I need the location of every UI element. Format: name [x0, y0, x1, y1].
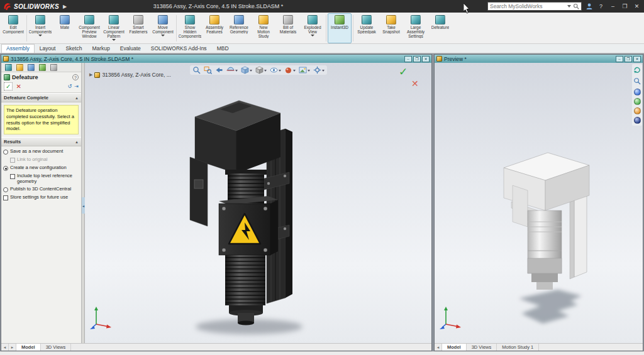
assembly-3d-model[interactable]: [172, 96, 320, 343]
preview-window-titlebar[interactable]: Preview * – ❐ ✕: [435, 55, 643, 63]
appearance-sphere-blue-icon[interactable]: [634, 89, 641, 96]
option-store-settings-for-future-use[interactable]: Store settings for future use: [3, 195, 79, 200]
doc-minimize-button[interactable]: –: [404, 56, 412, 62]
option-link-to-original[interactable]: Link to original: [10, 157, 79, 163]
view-settings-icon[interactable]: [313, 66, 325, 74]
radio-icon[interactable]: [3, 187, 8, 192]
tab-scroll-right-icon[interactable]: ▸: [9, 344, 16, 351]
preview-3d-model[interactable]: [482, 148, 621, 337]
apply-scene-icon[interactable]: [299, 66, 310, 74]
configurationmanager-tab-icon[interactable]: [28, 64, 35, 71]
ribbon-button-update-speedpak[interactable]: Update Speedpak: [355, 13, 379, 43]
ribbon-button-move-component[interactable]: Move Component: [151, 13, 175, 43]
radio-icon[interactable]: [3, 166, 8, 171]
ribbon-button-linear-component-pattern[interactable]: Linear Component Pattern: [102, 13, 126, 43]
checkbox-icon[interactable]: [3, 195, 8, 200]
edit-appearance-icon[interactable]: [284, 66, 296, 74]
displaymanager-tab-icon[interactable]: [50, 64, 57, 71]
option-publish-to-3d-contentcentral[interactable]: Publish to 3D ContentCentral: [3, 187, 79, 192]
breadcrumb-expand-icon[interactable]: ▶: [89, 72, 92, 77]
maximize-button[interactable]: ❐: [621, 3, 629, 9]
appearance-sphere-orange-icon[interactable]: [634, 107, 641, 114]
tab-scroll-left-icon[interactable]: ◂: [1, 344, 9, 351]
tab-markup[interactable]: Markup: [87, 44, 114, 53]
tab-3d-views[interactable]: 3D Views: [41, 344, 72, 351]
search-input[interactable]: [490, 3, 565, 9]
ribbon-button-mate[interactable]: Mate: [53, 13, 77, 43]
tab-mbd[interactable]: MBD: [212, 44, 234, 53]
view-orientation-icon[interactable]: [241, 66, 252, 74]
group-header-results[interactable]: Results ▲: [1, 137, 81, 146]
tab-model[interactable]: Model: [442, 344, 467, 351]
tab-scroll-left-icon[interactable]: ◂: [435, 344, 442, 351]
hide-show-items-icon[interactable]: [270, 66, 281, 74]
ribbon-button-bill-of-materials[interactable]: Bill of Materials: [276, 13, 300, 43]
doc-close-button[interactable]: ✕: [633, 56, 641, 62]
zoom-fit-icon[interactable]: [633, 77, 641, 86]
option-create-new-configuration[interactable]: Create a new configuration: [3, 165, 79, 171]
pm-back-icon[interactable]: ↺: [68, 84, 72, 89]
help-button[interactable]: ?: [597, 3, 605, 9]
checkbox-icon[interactable]: [10, 158, 15, 163]
app-menu[interactable]: SOLIDWORKS ▶: [0, 3, 67, 11]
ribbon-button-component-preview-window[interactable]: Component Preview Window: [77, 13, 101, 43]
tab-evaluate[interactable]: Evaluate: [115, 44, 146, 53]
minimize-button[interactable]: –: [609, 3, 617, 9]
search-box[interactable]: [487, 2, 582, 11]
ribbon-button-smart-fasteners[interactable]: Smart Fasteners: [126, 13, 150, 43]
pm-help-icon[interactable]: ?: [72, 74, 79, 80]
group-header-defeature-complete[interactable]: Defeature Complete ▲: [1, 93, 81, 102]
ribbon-button-show-hidden-components[interactable]: Show Hidden Components: [178, 13, 202, 43]
search-scope-dropdown-icon[interactable]: [567, 5, 571, 9]
zoom-fit-icon[interactable]: [192, 66, 201, 74]
doc-restore-button[interactable]: ❐: [625, 56, 632, 62]
ribbon-button-new-motion-study[interactable]: New Motion Study: [252, 13, 275, 43]
doc-minimize-button[interactable]: –: [616, 56, 623, 62]
ribbon-button-reference-geometry[interactable]: Reference Geometry: [227, 13, 251, 43]
update-preview-icon[interactable]: [633, 66, 641, 75]
radio-icon[interactable]: [3, 150, 8, 155]
tab-assembly[interactable]: Assembly: [1, 44, 35, 53]
section-view-icon[interactable]: [226, 66, 238, 74]
ribbon-button-large-assembly-settings[interactable]: Large Assembly Settings: [404, 13, 428, 43]
doc-close-button[interactable]: ✕: [422, 56, 430, 62]
tab-solidworks-add-ins[interactable]: SOLIDWORKS Add-Ins: [146, 44, 212, 53]
ribbon-button-exploded-view[interactable]: Exploded View: [301, 13, 325, 43]
ribbon-button-defeature[interactable]: Defeature: [428, 13, 452, 43]
dimxpertmanager-tab-icon[interactable]: [39, 64, 46, 71]
appearance-sphere-navy-icon[interactable]: [634, 117, 641, 124]
ribbon-button-take-snapshot[interactable]: Take Snapshot: [379, 13, 403, 43]
close-button[interactable]: ✕: [633, 3, 641, 9]
tab-3d-views[interactable]: 3D Views: [467, 344, 497, 351]
checkbox-icon[interactable]: [10, 174, 15, 179]
confirm-cancel-icon[interactable]: ✕: [411, 79, 424, 89]
search-icon[interactable]: [573, 3, 579, 9]
option-include-top-level-reference-geometry[interactable]: Include top level reference geometry: [10, 173, 79, 184]
document-window-titlebar[interactable]: 313856 Assy, Z-Axis Core, 4.5 IN Stroke.…: [1, 55, 431, 63]
tab-motion-study-1[interactable]: Motion Study 1: [497, 344, 539, 351]
ribbon-button-instant3d[interactable]: Instant3D: [328, 13, 352, 43]
user-account-icon[interactable]: [586, 3, 593, 10]
breadcrumb[interactable]: ▶ 313856 Assy, Z-Axis Core, ...: [89, 72, 171, 78]
tab-model[interactable]: Model: [16, 344, 41, 351]
doc-restore-button[interactable]: ❐: [413, 56, 421, 62]
option-save-as-new-document[interactable]: Save as a new document: [3, 149, 79, 155]
ribbon-button-insert-components[interactable]: Insert Components: [28, 13, 52, 43]
appearance-sphere-green-icon[interactable]: [634, 98, 641, 105]
tab-sketch[interactable]: Sketch: [60, 44, 87, 53]
propertymanager-tab-icon[interactable]: [16, 64, 23, 71]
ribbon-button-assembly-features[interactable]: Assembly Features: [203, 13, 226, 43]
previous-view-icon[interactable]: [215, 66, 223, 74]
preview-graphics-area[interactable]: [435, 63, 643, 343]
display-style-icon[interactable]: [255, 66, 267, 74]
ribbon-button-edit-component[interactable]: Edit Component: [1, 13, 25, 43]
pm-cancel-button[interactable]: ✕: [16, 83, 21, 90]
featuremanager-tab-icon[interactable]: [5, 64, 12, 71]
tab-layout[interactable]: Layout: [35, 44, 61, 53]
zoom-to-area-icon[interactable]: [204, 66, 212, 74]
graphics-area[interactable]: ▶ 313856 Assy, Z-Axis Core, ... ✓ ✕: [85, 63, 431, 343]
pm-ok-button[interactable]: ✓: [4, 82, 13, 90]
confirm-ok-icon[interactable]: ✓: [399, 65, 424, 79]
pm-pin-icon[interactable]: ⇥: [74, 84, 79, 89]
menu-expand-arrow-icon[interactable]: ▶: [63, 4, 67, 9]
